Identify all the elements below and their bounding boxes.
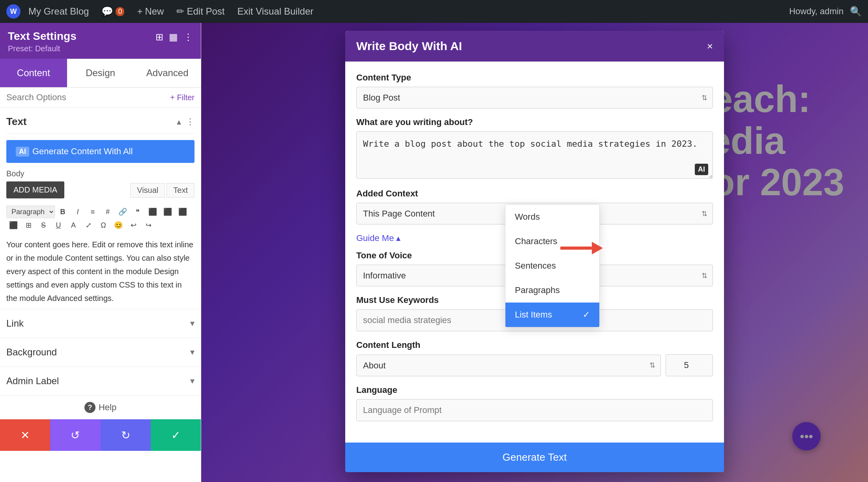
format-select[interactable]: Paragraph — [6, 206, 55, 218]
edit-post-link[interactable]: ✏ Edit Post — [172, 4, 229, 19]
sidebar-action-bar: ✕ ↺ ↻ ✓ — [0, 419, 201, 451]
sidebar-preset[interactable]: Preset: Default — [8, 44, 77, 53]
site-name-link[interactable]: My Great Blog — [24, 4, 94, 19]
language-input[interactable] — [356, 399, 713, 421]
sidebar-icon-columns[interactable]: ▦ — [169, 32, 178, 43]
modal-overlay: Write Body With AI × Content Type Blog P… — [201, 23, 868, 482]
tab-content[interactable]: Content — [0, 59, 67, 87]
tab-advanced[interactable]: Advanced — [134, 59, 201, 87]
admin-user-text: Howdy, admin — [789, 6, 844, 17]
generate-text-button[interactable]: Generate Text — [345, 443, 724, 472]
admin-search-icon[interactable]: 🔍 — [850, 6, 862, 17]
ai-badge: AI — [16, 147, 29, 157]
modal-header: Write Body With AI × — [345, 31, 724, 62]
help-button[interactable]: ? Help — [6, 402, 195, 413]
content-length-number-input[interactable] — [666, 354, 713, 376]
what-writing-group: What are you writing about? Write a blog… — [356, 117, 713, 180]
align-center-button[interactable]: ⬛ — [161, 206, 175, 218]
save-button[interactable]: ✓ — [151, 419, 201, 451]
dropdown-item-sentences[interactable]: Sentences — [505, 254, 599, 278]
editor-tab-visual[interactable]: Visual — [130, 183, 165, 198]
editor-tab-text[interactable]: Text — [166, 183, 195, 198]
content-length-select-wrapper: About Exactly — [356, 355, 661, 376]
content-length-select[interactable]: About Exactly — [356, 355, 661, 376]
sidebar-icon-viewport[interactable]: ⊞ — [155, 32, 163, 43]
red-arrow-indicator — [560, 242, 603, 254]
added-context-label: Added Context — [356, 189, 713, 199]
bold-button[interactable]: B — [56, 206, 70, 218]
expand-button[interactable]: ⤢ — [81, 219, 95, 232]
content-length-group: Content Length About Exactly — [356, 340, 713, 376]
dropdown-item-words[interactable]: Words — [505, 205, 599, 229]
sidebar-tabs: Content Design Advanced — [0, 59, 201, 88]
table-button[interactable]: ⊞ — [21, 219, 36, 232]
dropdown-item-list-items-label: List Items — [515, 310, 552, 320]
comments-link[interactable]: 💬 0 — [97, 4, 129, 19]
content-type-select-wrapper: Blog Post Article Social Media Post Prod… — [356, 87, 713, 108]
body-label: Body — [6, 169, 195, 178]
new-post-link[interactable]: + New — [132, 4, 168, 19]
undo-button[interactable]: ↩ — [126, 219, 140, 232]
text-section: Text ▴ ⋮ AI Generate Content With All Bo… — [0, 108, 201, 309]
link-button[interactable]: 🔗 — [116, 206, 130, 218]
modal-close-button[interactable]: × — [707, 40, 713, 52]
generate-content-ai-button[interactable]: AI Generate Content With All — [6, 140, 195, 163]
section-chevron-up-icon[interactable]: ▴ — [177, 117, 181, 127]
admin-bar: W My Great Blog 💬 0 + New ✏ Edit Post Ex… — [0, 0, 868, 23]
admin-label-label: Admin Label — [6, 376, 59, 387]
help-label: Help — [99, 402, 116, 413]
help-section: ? Help — [0, 395, 201, 419]
ul-button[interactable]: ≡ — [86, 206, 100, 218]
editor-toolbar: Paragraph B I ≡ # 🔗 ❝ ⬛ ⬛ ⬛ ⬛ ⊞ S U A ⤢ … — [6, 206, 195, 232]
modal-title: Write Body With AI — [356, 39, 462, 53]
page-canvas: ur Reach: al Media ies for 2023 ••• Writ… — [201, 23, 868, 482]
redo-button[interactable]: ↪ — [141, 219, 155, 232]
emoji-button[interactable]: 😊 — [111, 219, 125, 232]
wp-logo-icon[interactable]: W — [6, 4, 21, 19]
content-type-group: Content Type Blog Post Article Social Me… — [356, 73, 713, 108]
add-media-button[interactable]: ADD MEDIA — [6, 181, 64, 198]
quote-button[interactable]: ❝ — [131, 206, 145, 218]
dropdown-item-paragraphs[interactable]: Paragraphs — [505, 278, 599, 303]
ol-button[interactable]: # — [101, 206, 115, 218]
exit-builder-link[interactable]: Exit Visual Builder — [232, 4, 318, 19]
link-section-header[interactable]: Link ▾ — [6, 309, 195, 338]
textarea-ai-icon: AI — [695, 164, 708, 175]
align-left-button[interactable]: ⬛ — [146, 206, 160, 218]
editor-content[interactable]: Your content goes here. Edit or remove t… — [6, 234, 195, 309]
link-label: Link — [6, 318, 24, 329]
content-length-label: Content Length — [356, 340, 713, 350]
sidebar-icon-more[interactable]: ⋮ — [183, 32, 193, 43]
tab-design[interactable]: Design — [67, 59, 134, 87]
search-input[interactable] — [6, 92, 167, 103]
redo-changes-button[interactable]: ↻ — [101, 419, 151, 451]
strikethrough-button[interactable]: S — [36, 219, 51, 232]
filter-button[interactable]: + Filter — [170, 93, 195, 102]
background-label: Background — [6, 347, 57, 358]
discard-button[interactable]: ✕ — [0, 419, 50, 451]
dropdown-item-list-items[interactable]: List Items ✓ — [505, 303, 599, 327]
section-menu-icon[interactable]: ⋮ — [186, 117, 195, 127]
color-button[interactable]: A — [66, 219, 80, 232]
italic-button[interactable]: I — [71, 206, 85, 218]
sidebar-search: + Filter — [0, 88, 201, 108]
content-type-select[interactable]: Blog Post Article Social Media Post Prod… — [356, 87, 713, 108]
guide-me-label: Guide Me — [356, 233, 394, 243]
background-section-header[interactable]: Background ▾ — [6, 338, 195, 366]
content-type-label: Content Type — [356, 73, 713, 83]
admin-label-chevron-icon: ▾ — [190, 376, 195, 386]
language-group: Language — [356, 385, 713, 421]
sidebar: Text Settings Preset: Default ⊞ ▦ ⋮ Cont… — [0, 23, 201, 482]
undo-changes-button[interactable]: ↺ — [50, 419, 100, 451]
align-right-button[interactable]: ⬛ — [176, 206, 190, 218]
special-char-button[interactable]: Ω — [96, 219, 110, 232]
admin-label-section: Admin Label ▾ — [0, 366, 201, 395]
underline-button[interactable]: U — [51, 219, 65, 232]
admin-label-section-header[interactable]: Admin Label ▾ — [6, 367, 195, 395]
link-chevron-icon: ▾ — [190, 318, 195, 329]
align-justify-button[interactable]: ⬛ — [6, 219, 21, 232]
what-writing-textarea[interactable]: Write a blog post about the top social m… — [356, 131, 713, 179]
red-arrow-head — [592, 242, 603, 254]
ai-button-label: Generate Content With All — [32, 146, 133, 157]
link-section: Link ▾ — [0, 309, 201, 338]
